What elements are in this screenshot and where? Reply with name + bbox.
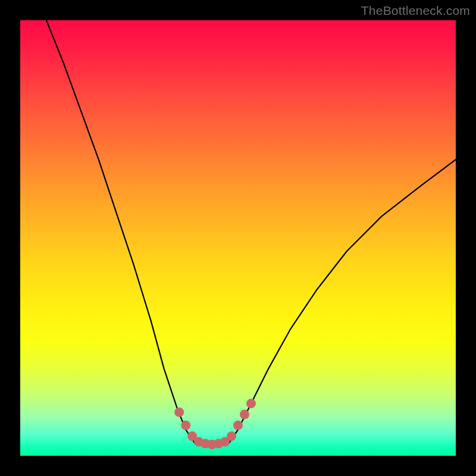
curve-left-curve xyxy=(46,20,195,443)
marker-dot xyxy=(174,408,184,417)
plot-area xyxy=(20,20,456,456)
marker-dot xyxy=(246,399,256,408)
watermark-text: TheBottleneck.com xyxy=(361,4,470,18)
marker-dot xyxy=(181,421,190,430)
marker-dot xyxy=(227,431,236,441)
chart-frame: TheBottleneck.com xyxy=(0,0,476,476)
marker-dot xyxy=(240,410,249,419)
marker-dot xyxy=(233,421,243,430)
curve-right-curve xyxy=(229,159,456,443)
curve-svg xyxy=(20,20,456,456)
